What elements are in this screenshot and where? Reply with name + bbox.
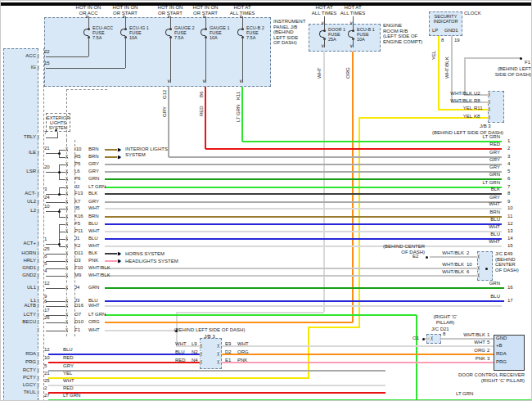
text-label: HOT AT ALL TIMES bbox=[336, 5, 369, 16]
connector-icon: )( bbox=[200, 351, 201, 356]
wire-row-D16 bbox=[105, 305, 502, 307]
wire-row-L6 bbox=[105, 171, 502, 173]
wire-segment bbox=[46, 306, 68, 307]
text-label: LT GRN bbox=[236, 105, 241, 122]
wire-segment bbox=[222, 354, 494, 355]
wire-color-label: BLU bbox=[88, 221, 98, 227]
connector-icon: )( bbox=[65, 250, 67, 255]
wire-color-label: BLK bbox=[88, 191, 97, 196]
connector-icon: )( bbox=[65, 205, 67, 210]
text-label: 10 bbox=[467, 262, 472, 268]
wire-color-label: BRN bbox=[88, 154, 99, 160]
chevron-down-icon: ∨ bbox=[349, 21, 353, 25]
wire-color-label: WHT/BLK bbox=[88, 265, 110, 271]
wire-row-R5 bbox=[105, 156, 117, 158]
wire-segment bbox=[308, 327, 360, 328]
wire-segment bbox=[168, 87, 169, 157]
wire-segment bbox=[222, 345, 494, 347]
wire-id-label: P5 bbox=[74, 161, 80, 167]
connector-icon: )( bbox=[431, 336, 432, 340]
connector-icon: )( bbox=[65, 243, 67, 248]
wire-segment bbox=[430, 256, 479, 258]
pin-number-label: 25 bbox=[44, 246, 50, 252]
connector-icon: )( bbox=[37, 319, 38, 324]
fuse-icon bbox=[319, 30, 324, 38]
connector-icon: )( bbox=[37, 382, 38, 387]
text-label: J/B 3 bbox=[480, 124, 491, 129]
wire-segment bbox=[438, 36, 440, 110]
chevron-down-icon: ∨ bbox=[321, 44, 324, 48]
text-label: WHT bbox=[456, 340, 485, 345]
wire-color-label: BLK bbox=[459, 187, 500, 192]
text-label: WHT/BLK bbox=[435, 262, 464, 268]
module-pin-LSR: LSR bbox=[4, 169, 36, 174]
fuse-icon bbox=[237, 29, 242, 36]
connector-icon: )( bbox=[37, 312, 38, 317]
text-label: LT GRN bbox=[456, 391, 473, 397]
text-label: J/B 3 bbox=[156, 334, 263, 340]
wire-segment bbox=[46, 172, 68, 173]
pin-number-label: 10 bbox=[44, 204, 50, 210]
text-label: 2 bbox=[467, 250, 469, 256]
pin-number-label: 6 bbox=[44, 299, 47, 304]
chevron-down-icon: ∨ bbox=[85, 15, 88, 19]
text-label: R11 bbox=[474, 106, 483, 111]
junction-dot bbox=[175, 330, 178, 332]
connector-icon: )( bbox=[488, 106, 489, 111]
security-indicator-title: SECURITY INDICATOR bbox=[430, 14, 462, 24]
connector-icon: )( bbox=[477, 254, 479, 259]
text-label: 19 bbox=[454, 38, 460, 43]
arrow-icon: ▲ bbox=[54, 127, 58, 132]
chevron-down-icon: ∨ bbox=[239, 79, 242, 83]
wire-number-label: 6 bbox=[507, 176, 510, 182]
wire-id-label: D16 bbox=[74, 303, 83, 309]
module-pin-GND2: GND2 bbox=[4, 273, 36, 278]
connector-icon: )( bbox=[37, 397, 38, 401]
junction-dot bbox=[426, 256, 428, 259]
module-pin-BECU: BECU bbox=[4, 319, 36, 325]
text-label: PRG bbox=[496, 359, 507, 365]
connector-icon: )( bbox=[65, 312, 67, 317]
body-module-box bbox=[3, 48, 38, 401]
text-label: RED bbox=[199, 106, 205, 116]
wire-id-label: O7 bbox=[74, 312, 81, 318]
connector-icon: )( bbox=[65, 228, 67, 233]
pin-number-label: 15 bbox=[44, 61, 50, 66]
wire-color-label: WHT bbox=[88, 205, 100, 211]
pin-number-label: 5 bbox=[44, 261, 47, 267]
connector-icon: )( bbox=[200, 359, 201, 364]
fuse-label: GAUGE 2 FUSE 7.5A bbox=[174, 26, 194, 40]
wire-color-label: BLU bbox=[459, 294, 500, 300]
wire-segment bbox=[46, 254, 68, 255]
pin-number-label: 27 bbox=[44, 393, 50, 399]
module-pin-HORN: HORN bbox=[4, 250, 36, 256]
wire-id-label: P6 bbox=[74, 176, 80, 182]
text-label: WHT/BLK bbox=[456, 332, 485, 338]
text-label: N4 bbox=[192, 358, 198, 363]
fuse-wire bbox=[242, 38, 243, 83]
module-pin-ILE: ILE bbox=[4, 150, 36, 155]
fuse-label: ECU-B 1 FUSE 10A bbox=[357, 28, 375, 42]
chevron-down-icon: ∨ bbox=[167, 79, 170, 83]
connector-icon: )( bbox=[37, 134, 38, 139]
connector-icon: )( bbox=[477, 273, 479, 277]
connector-icon: )( bbox=[65, 303, 67, 308]
wire-color-label: LT GRN bbox=[459, 180, 500, 186]
text-label: E9 bbox=[225, 341, 231, 347]
text-label: WHT/BLK bbox=[444, 91, 472, 97]
junction-dot bbox=[58, 171, 61, 173]
junction-dot bbox=[422, 338, 425, 340]
fuse-label: ECU-IG 1 FUSE 10A bbox=[129, 26, 149, 40]
connector-icon: )( bbox=[37, 285, 38, 290]
fuse-icon bbox=[120, 29, 125, 36]
wire-color-label: BLU bbox=[63, 347, 73, 353]
jc-e49-label: J/C E49 (BEHIND CENTER OF DASH) bbox=[495, 251, 519, 273]
wire-color-label: GRN bbox=[88, 285, 99, 291]
arrow-icon: ▶ bbox=[118, 259, 121, 264]
text-label: F1 bbox=[525, 60, 530, 65]
pin-number-label: 21 bbox=[44, 371, 50, 376]
wire-color-label: GRY bbox=[88, 199, 99, 205]
text-label: LP bbox=[432, 28, 438, 34]
wire-number-label: 14 bbox=[507, 236, 513, 241]
wire-id-label: L6 bbox=[74, 169, 80, 174]
